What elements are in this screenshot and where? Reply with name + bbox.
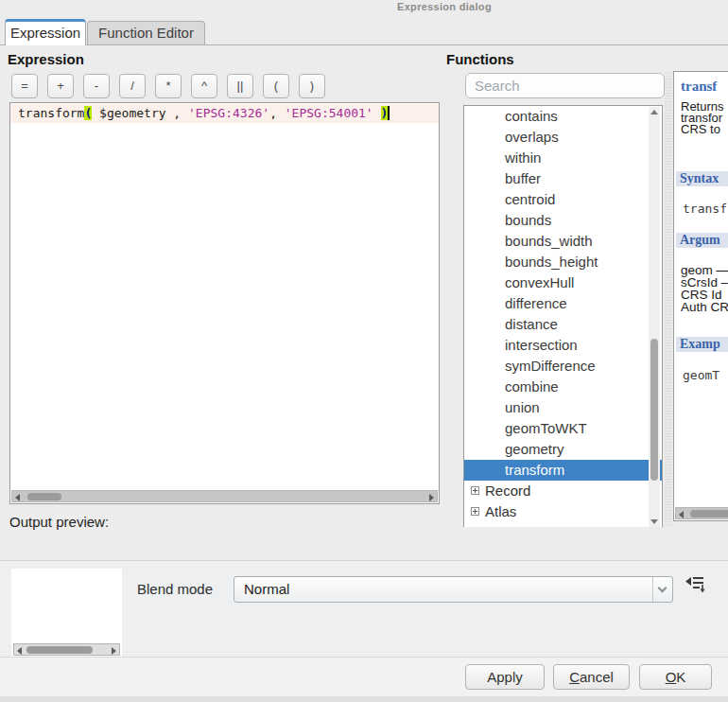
operator-plus-button[interactable]: + <box>47 74 74 98</box>
expand-plus-icon[interactable] <box>471 507 479 516</box>
code-close-paren: ) <box>381 106 389 120</box>
blend-mode-label: Blend mode <box>137 581 213 597</box>
scroll-right-icon[interactable] <box>112 647 116 655</box>
function-item-geometry[interactable]: geometry <box>464 439 662 460</box>
preview-horizontal-scrollbar[interactable] <box>13 643 120 656</box>
layer-preview-box <box>11 569 122 658</box>
scroll-right-icon[interactable] <box>429 494 434 501</box>
function-item-contains[interactable]: contains <box>464 106 662 127</box>
layer-properties-section: Blend mode Normal <box>0 560 728 657</box>
function-group-atlas[interactable]: Atlas <box>464 501 662 522</box>
scroll-left-icon[interactable] <box>679 511 684 518</box>
combo-dropdown-area[interactable] <box>652 577 672 602</box>
text-cursor <box>388 106 390 120</box>
cancel-button[interactable]: Cancel <box>553 664 630 690</box>
output-preview-label: Output preview: <box>9 514 109 530</box>
function-help-panel: transf Returns transfor CRS to Syntax tr… <box>673 71 728 521</box>
operator-minus-button[interactable]: - <box>83 74 110 98</box>
data-defined-override-button[interactable] <box>683 573 707 598</box>
expression-editor[interactable]: transform( $geometry , 'EPSG:4326', 'EPS… <box>9 102 440 504</box>
help-hscroll-thumb[interactable] <box>690 510 728 518</box>
function-list[interactable]: contains overlaps within buffer centroid… <box>463 105 663 527</box>
function-item-symdifference[interactable]: symDifference <box>464 356 662 377</box>
scroll-left-icon[interactable] <box>17 647 22 655</box>
help-syntax-heading: Syntax <box>676 171 728 186</box>
operator-equals-button[interactable]: = <box>11 74 38 98</box>
help-arguments-text: geom — sCrsId – CRS Id Auth CR <box>681 264 728 313</box>
code-comma: , <box>269 106 285 120</box>
tab-function-editor[interactable]: Function Editor <box>87 21 205 44</box>
editor-horizontal-scrollbar[interactable] <box>11 490 438 502</box>
editor-hscroll-thumb[interactable] <box>27 493 61 500</box>
group-label: Atlas <box>485 503 516 519</box>
blend-mode-value: Normal <box>244 581 289 597</box>
expand-plus-icon[interactable] <box>471 486 479 495</box>
expression-panel-header: Expression <box>8 51 84 67</box>
functions-panel-header: Functions <box>446 51 514 67</box>
tab-pane-border <box>0 44 728 45</box>
function-item-combine[interactable]: combine <box>464 377 662 397</box>
help-example-heading: Examp <box>676 337 728 352</box>
help-description: Returns transfor CRS to <box>681 101 724 135</box>
function-item-bounds-width[interactable]: bounds_width <box>464 231 662 252</box>
data-defined-override-icon <box>684 573 706 596</box>
function-item-bounds[interactable]: bounds <box>464 210 662 231</box>
function-item-distance[interactable]: distance <box>464 314 662 335</box>
window-title: Expression dialog <box>161 1 728 12</box>
scroll-down-icon[interactable] <box>650 519 658 524</box>
operator-power-button[interactable]: ^ <box>191 74 217 98</box>
code-function-name: transform <box>18 106 84 120</box>
apply-button[interactable]: Apply <box>465 664 545 690</box>
ok-button[interactable]: OK <box>639 664 712 690</box>
blend-mode-select[interactable]: Normal <box>234 576 673 603</box>
function-item-convexhull[interactable]: convexHull <box>464 272 662 293</box>
function-list-scroll-thumb[interactable] <box>650 339 658 481</box>
function-item-transform-selected[interactable]: transform <box>464 460 662 481</box>
help-example-code: geomT <box>683 368 719 382</box>
help-arguments-heading: Argum <box>676 233 728 248</box>
operator-close-paren-button[interactable]: ) <box>299 74 325 98</box>
dialog-button-row: Apply Cancel OK <box>0 657 728 702</box>
function-list-scrollbar[interactable] <box>649 107 660 527</box>
operator-multiply-button[interactable]: * <box>155 74 182 98</box>
help-syntax-code: transf <box>683 202 727 216</box>
function-item-overlaps[interactable]: overlaps <box>464 127 662 148</box>
function-group-record[interactable]: Record <box>464 481 662 501</box>
function-item-within[interactable]: within <box>464 148 662 168</box>
code-string-epsg4326: 'EPSG:4326' <box>188 106 269 120</box>
operator-divide-button[interactable]: / <box>119 74 146 98</box>
help-title: transf <box>681 79 717 95</box>
tab-expression[interactable]: Expression <box>5 19 86 45</box>
panel-splitter[interactable] <box>665 71 672 527</box>
operator-open-paren-button[interactable]: ( <box>263 74 289 98</box>
operator-concat-button[interactable]: || <box>227 74 253 98</box>
preview-hscroll-thumb[interactable] <box>26 646 93 654</box>
function-item-geomtowkt[interactable]: geomToWKT <box>464 418 662 439</box>
function-item-union[interactable]: union <box>464 397 662 418</box>
function-item-difference[interactable]: difference <box>464 293 662 314</box>
function-search-input[interactable] <box>465 73 665 98</box>
help-horizontal-scrollbar[interactable] <box>675 507 728 519</box>
group-label: Record <box>485 483 530 499</box>
code-geometry-arg: $geometry , <box>92 106 188 120</box>
function-item-centroid[interactable]: centroid <box>464 189 662 210</box>
code-string-epsg54001: 'EPSG:54001' <box>285 106 373 120</box>
expression-code[interactable]: transform( $geometry , 'EPSG:4326', 'EPS… <box>18 106 390 120</box>
code-space <box>373 106 381 120</box>
function-item-bounds-height[interactable]: bounds_height <box>464 252 662 272</box>
chevron-down-icon <box>658 584 667 593</box>
scroll-up-icon[interactable] <box>650 110 658 114</box>
expression-dialog: Expression dialog Expression Function Ed… <box>0 0 728 702</box>
function-item-buffer[interactable]: buffer <box>464 168 662 189</box>
function-item-intersection[interactable]: intersection <box>464 335 662 356</box>
scroll-left-icon[interactable] <box>15 494 20 501</box>
